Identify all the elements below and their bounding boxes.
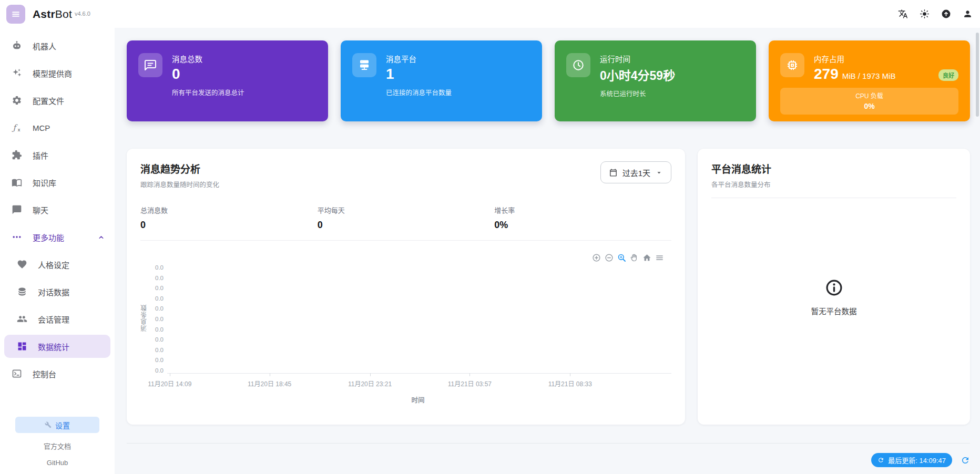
- stat-card-platforms: 消息平台1已连接的消息平台数量: [341, 40, 542, 121]
- home-icon[interactable]: [642, 253, 651, 262]
- menu-lines-icon[interactable]: [655, 253, 664, 262]
- cpu-load-value: 0%: [780, 102, 958, 110]
- github-link[interactable]: GitHub: [47, 459, 68, 467]
- scrollbar-thumb[interactable]: [976, 33, 979, 117]
- app-title-bold: Astr: [33, 8, 55, 20]
- stat-card-icon-box: [566, 53, 590, 77]
- platform-card-title: 平台消息统计: [711, 161, 956, 176]
- plot-toolbar: [140, 253, 664, 262]
- trend-stat-value: 0: [318, 220, 495, 231]
- pan-icon[interactable]: [630, 253, 639, 262]
- stat-card-value: 0小时4分59秒: [600, 66, 675, 84]
- sidebar: AstrBotv4.6.0 机器人模型提供商配置文件ƒxMCP插件知识库聊天更多…: [0, 0, 115, 474]
- settings-button[interactable]: 设置: [15, 417, 99, 433]
- translate-icon[interactable]: [898, 9, 908, 19]
- y-tick-label: 0.0: [155, 367, 164, 374]
- sidebar-item-config[interactable]: 配置文件: [4, 89, 110, 112]
- message-icon: [144, 59, 157, 71]
- stat-card-memory: CPU 负载0%内存占用279MiB / 1973 MiB良好: [769, 40, 970, 121]
- sidebar-item-label: 插件: [33, 150, 48, 161]
- info-icon: [825, 279, 843, 297]
- trend-stats-row: 总消息数0平均每天0增长率0%: [140, 205, 671, 231]
- y-tick-label: 0.0: [155, 357, 164, 363]
- trend-stat-value: 0: [140, 220, 318, 231]
- x-tick-mark: [469, 373, 470, 376]
- sun-icon[interactable]: [920, 9, 930, 19]
- last-update-text: 最后更新: 14:09:47: [888, 455, 946, 465]
- sidebar-item-more-features[interactable]: 更多功能: [4, 225, 110, 249]
- zoom-box-icon[interactable]: [617, 253, 626, 262]
- message-trend-card: 消息趋势分析 跟踪消息数量随时间的变化 过去1天 总消息数0平均每天0增长率0%…: [127, 149, 685, 425]
- gear-icon: [12, 95, 22, 106]
- svg-text:ƒ: ƒ: [12, 123, 18, 132]
- stat-cards-row: 消息总数0所有平台发送的消息总计消息平台1已连接的消息平台数量运行时间0小时4分…: [127, 40, 970, 121]
- trend-chart: 消息条数 0.00.00.00.00.00.00.00.00.00.00.0 1…: [140, 264, 671, 374]
- database-icon: [17, 286, 27, 297]
- stat-card-value-row: 0小时4分59秒: [600, 66, 744, 84]
- sidebar-item-robot[interactable]: 机器人: [4, 34, 110, 57]
- stat-card-body: 运行时间0小时4分59秒系统已运行时长: [600, 53, 744, 109]
- refresh-icon: [877, 457, 884, 463]
- sidebar-item-label: 更多功能: [33, 232, 64, 243]
- chart-x-axis-title: 时间: [140, 395, 671, 405]
- y-tick-label: 0.0: [155, 336, 164, 343]
- sidebar-item-plugins[interactable]: 插件: [4, 143, 110, 167]
- time-range-dropdown[interactable]: 过去1天: [600, 161, 671, 183]
- terminal-icon: [12, 368, 22, 379]
- person-icon[interactable]: [963, 9, 973, 19]
- stat-card-description: 已连接的消息平台数量: [386, 87, 530, 97]
- sidebar-item-chat[interactable]: 聊天: [4, 198, 110, 221]
- refresh-button[interactable]: [961, 456, 970, 465]
- stat-card-value: 279: [814, 66, 839, 83]
- trend-stat-label: 总消息数: [140, 205, 318, 215]
- sidebar-item-label: 机器人: [33, 40, 56, 51]
- main-content: 消息总数0所有平台发送的消息总计消息平台1已连接的消息平台数量运行时间0小时4分…: [115, 28, 980, 474]
- chip-icon: [786, 59, 799, 71]
- book-icon: [12, 177, 22, 188]
- x-tick-label: 11月20日 14:09: [148, 379, 191, 388]
- heart-icon: [17, 259, 27, 270]
- server-icon: [358, 59, 371, 71]
- y-tick-label: 0.0: [155, 264, 164, 271]
- zoom-in-icon[interactable]: [592, 253, 601, 262]
- app-version: v4.6.0: [75, 11, 90, 17]
- sidebar-item-conversation-data[interactable]: 对话数据: [4, 280, 110, 303]
- time-range-value: 过去1天: [622, 167, 650, 178]
- chart-plot-area[interactable]: 11月20日 14:0911月20日 18:4511月20日 23:2111月2…: [167, 266, 671, 374]
- last-update-badge[interactable]: 最后更新: 14:09:47: [871, 453, 952, 467]
- sidebar-item-console[interactable]: 控制台: [4, 362, 110, 385]
- sidebar-item-label: 控制台: [33, 368, 56, 379]
- sidebar-item-label: 会话管理: [38, 314, 69, 325]
- cpu-load-label: CPU 负载: [780, 91, 958, 100]
- sidebar-item-label: 人格设定: [38, 259, 69, 270]
- stat-card-value-row: 0: [172, 66, 317, 83]
- trend-stat: 增长率0%: [494, 205, 671, 231]
- platform-empty-state: 暂无平台数据: [711, 198, 956, 412]
- calendar-icon: [609, 168, 618, 177]
- menu-toggle-button[interactable]: [6, 5, 25, 24]
- robot-icon: [12, 40, 22, 51]
- stat-card-value-row: 1: [386, 66, 530, 83]
- docs-link[interactable]: 官方文档: [44, 441, 71, 451]
- app-logo: AstrBotv4.6.0: [33, 8, 90, 20]
- sidebar-item-model-providers[interactable]: 模型提供商: [4, 61, 110, 85]
- function-icon: ƒx: [12, 122, 22, 133]
- stat-card-description: 所有平台发送的消息总计: [172, 87, 317, 97]
- update-icon[interactable]: [941, 9, 951, 19]
- stat-card-icon-box: [352, 53, 376, 77]
- sidebar-item-mcp[interactable]: ƒxMCP: [4, 116, 110, 139]
- zoom-out-icon[interactable]: [605, 253, 614, 262]
- settings-label: 设置: [55, 420, 70, 430]
- y-tick-label: 0.0: [155, 275, 164, 281]
- trend-stat: 总消息数0: [140, 205, 318, 231]
- sidebar-item-persona[interactable]: 人格设定: [4, 253, 110, 276]
- sidebar-item-session-management[interactable]: 会话管理: [4, 307, 110, 331]
- stat-card-title: 内存占用: [814, 53, 958, 64]
- x-tick-mark: [270, 373, 270, 376]
- main-column: 消息总数0所有平台发送的消息总计消息平台1已连接的消息平台数量运行时间0小时4分…: [115, 0, 980, 474]
- trend-card-title: 消息趋势分析: [140, 161, 219, 176]
- sidebar-item-statistics[interactable]: 数据统计: [4, 335, 110, 358]
- x-tick-mark: [370, 373, 371, 376]
- chat-icon: [12, 204, 22, 215]
- sidebar-item-knowledge-base[interactable]: 知识库: [4, 171, 110, 194]
